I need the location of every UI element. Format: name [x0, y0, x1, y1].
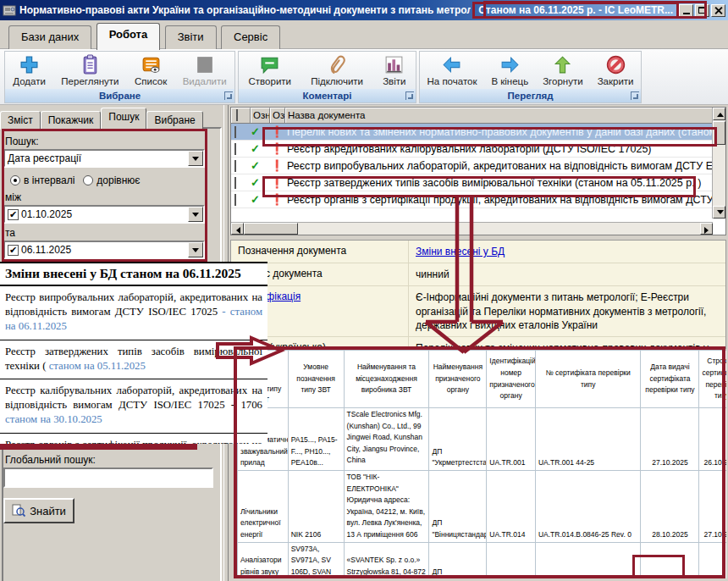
cell: 26.10.2035 [699, 408, 726, 471]
date-to-value: 06.11.2025 [21, 244, 71, 256]
date-from-checkbox[interactable]: ✔ [8, 209, 19, 220]
find-button[interactable]: Знайти [3, 498, 74, 523]
global-search-input[interactable] [3, 468, 213, 488]
tab-bazy-danykh[interactable]: Бази даних [8, 25, 91, 49]
search-field-value: Дата реєстрації [8, 152, 81, 164]
delete-button[interactable]: Видалити [179, 53, 230, 87]
detail-value: чинний [409, 263, 725, 285]
doc-title[interactable]: Реєстр акредитованих калібрувальних лабо… [285, 143, 725, 155]
cell: «SVANTEK Sp. z o.o.» Strzygłowska 81, 04… [344, 542, 429, 578]
group-caption-perehliad: Перегляд [420, 89, 641, 102]
cell: PA15..., PA15-F..., PH10..., PEA10в... [288, 408, 344, 471]
column-doc-name[interactable]: Назва документа [285, 108, 725, 123]
sidebar-tab-zmist[interactable]: Зміст [0, 111, 41, 130]
changes-entry: Реєстр затверджених типів засобів вимірю… [0, 340, 267, 380]
delete-icon [194, 54, 215, 75]
row-checkbox[interactable] [234, 160, 236, 172]
doc-title[interactable]: Реєстр затверджених типів засобів вимірю… [285, 177, 725, 189]
doc-row[interactable]: ✓ ❗ Реєстр органів з сертифікації продук… [231, 191, 725, 208]
comment-bubble-icon [259, 54, 280, 75]
checkbox-icon [236, 109, 238, 121]
annotation-bar [0, 444, 197, 450]
date-from-select[interactable]: ✔ 01.10.2025 [3, 205, 205, 224]
changes-entry-date: станом на 30.10.2025 [5, 413, 102, 425]
cell: NIK 2106 [288, 471, 344, 543]
radio-interval[interactable] [10, 175, 20, 185]
add-button[interactable]: Додати [9, 53, 49, 87]
scroll-up-button[interactable] [713, 108, 725, 120]
cell: UA.TR.001 [487, 408, 536, 471]
dialog-launcher-icon[interactable] [405, 91, 414, 100]
scroll-left-button[interactable] [231, 223, 244, 235]
tab-robota[interactable]: Робота [97, 23, 161, 50]
cell: Лічильники електричної енергії [238, 471, 289, 543]
window-title: Нормативно-правові акти України та орган… [19, 4, 471, 16]
doc-row[interactable]: ✓ ❗ Реєстр акредитованих калібрувальних … [231, 141, 725, 158]
sidebar-tab-vybrane[interactable]: Вибране [146, 111, 202, 130]
document-list-header: Озн Озн Назва документа [231, 108, 725, 124]
equipment-row: Лічильники електричної енергії NIK 2106 … [238, 471, 727, 543]
close-button[interactable] [711, 4, 725, 17]
dialog-launcher-icon[interactable] [224, 91, 233, 100]
create-comment-button[interactable]: Створити [245, 53, 295, 87]
header-checkbox-cell[interactable] [231, 108, 251, 123]
close-db-label: Закрити [598, 76, 634, 86]
sidebar-tab-pokazhchyk[interactable]: Покажчик [41, 111, 102, 130]
row-checkbox[interactable] [234, 143, 236, 155]
add-button-label: Додати [13, 76, 46, 86]
sidebar-tab-poshuk[interactable]: Пошук [101, 108, 146, 130]
group-caption-vybrane: Вибране [5, 89, 234, 102]
chevron-down-icon[interactable] [188, 207, 203, 222]
minimize-button[interactable] [679, 4, 693, 17]
reports-button[interactable]: Звіти [379, 53, 409, 87]
document-list: Озн Озн Назва документа ✓ ❗ Перелік нови… [230, 107, 726, 235]
close-circle-icon [605, 54, 626, 75]
vertical-scrollbar[interactable] [712, 108, 725, 219]
detail-value: Перелік нових та змінених нормативно-пра… [409, 337, 725, 349]
tab-servis[interactable]: Сервіс [221, 25, 280, 49]
scroll-down-button[interactable] [713, 206, 725, 219]
scroll-right-button[interactable] [700, 223, 713, 235]
row-checkbox[interactable] [234, 194, 236, 206]
doc-title[interactable]: Реєстр органів з сертифікації продукції,… [285, 194, 725, 206]
doc-title[interactable]: Реєстр випробувальних лабораторій, акред… [285, 160, 725, 172]
ribbon-toolbar: Додати Переглянути [0, 49, 728, 105]
radio-equals[interactable] [83, 175, 93, 185]
chevron-down-icon[interactable] [188, 242, 203, 257]
cell: UA.TR.001 45-25 [535, 542, 641, 578]
row-checkbox[interactable] [234, 177, 236, 189]
search-form: Пошук: Дата реєстрації в інтервалі дорів… [3, 132, 205, 259]
changes-entry: Реєстр випробувальних лабораторій, акред… [0, 286, 267, 340]
horizontal-scrollbar[interactable] [231, 222, 713, 235]
close-db-button[interactable]: Закрити [594, 53, 637, 87]
doc-row[interactable]: ✓ ❗ Реєстр затверджених типів засобів ви… [231, 174, 725, 191]
changes-link[interactable]: Зміни внесені у БД [416, 246, 505, 257]
col-header: № сертифіката перевірки типу [535, 351, 641, 408]
collapse-button[interactable]: Згорнути [539, 53, 586, 87]
column-ozn-2[interactable]: Озн [270, 108, 285, 123]
doc-row[interactable]: ✓ ❗ Реєстр випробувальних лабораторій, а… [231, 158, 725, 174]
go-first-button[interactable]: На початок [423, 53, 480, 87]
chevron-down-icon[interactable] [188, 151, 203, 166]
list-button[interactable]: Список [131, 53, 170, 87]
radio-interval-label: в інтервалі [24, 174, 74, 186]
date-to-checkbox[interactable]: ✔ [8, 245, 19, 256]
scrollbar-thumb[interactable] [713, 121, 725, 145]
date-to-select[interactable]: ✔ 06.11.2025 [3, 241, 205, 259]
doc-row[interactable]: ✓ ❗ Перелік нових та змінених нормативно… [231, 124, 725, 141]
exclamation-icon: ❗ [270, 176, 284, 189]
equipment-row: Неавтоматичний зважувальний прилад PA15.… [238, 408, 727, 471]
attach-button[interactable]: Підключити [307, 53, 367, 87]
scrollbar-thumb[interactable] [244, 223, 298, 235]
go-last-button[interactable]: В кінець [488, 53, 532, 87]
doc-title[interactable]: Перелік нових та змінених нормативно-пра… [285, 126, 725, 138]
tab-zvity[interactable]: Звіти [165, 25, 217, 49]
maximize-button[interactable] [695, 4, 709, 17]
dialog-launcher-icon[interactable] [631, 91, 639, 100]
column-ozn-1[interactable]: Озн [251, 108, 270, 123]
row-checkbox[interactable] [234, 126, 236, 138]
cell: ДП "Укрметртестстандарт" [429, 408, 487, 471]
search-icon [12, 504, 25, 517]
view-button[interactable]: Переглянути [58, 53, 122, 87]
search-field-select[interactable]: Дата реєстрації [3, 149, 205, 168]
